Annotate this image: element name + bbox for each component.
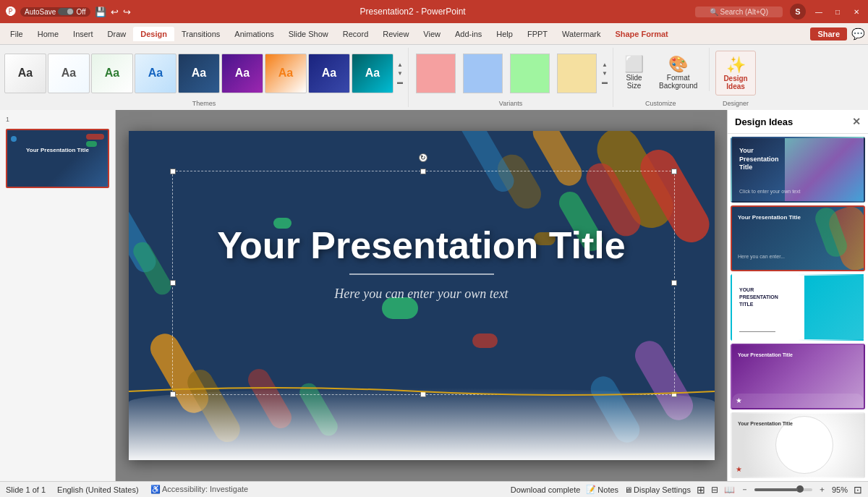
format-background-button[interactable]: 🎨 Format Background bbox=[653, 54, 703, 93]
reading-view-button[interactable]: 📖 bbox=[724, 485, 735, 495]
search-box[interactable]: 🔍 Search (Alt+Q) bbox=[695, 7, 783, 17]
themes-items: Aa Aa Aa Aa Aa Aa Aa Aa bbox=[4, 48, 404, 98]
tab-shape-format[interactable]: Shape Format bbox=[608, 27, 675, 41]
tab-insert[interactable]: Insert bbox=[66, 27, 101, 41]
share-button[interactable]: Share bbox=[810, 27, 847, 41]
design-ideas-button[interactable]: ✨ Design Ideas bbox=[715, 51, 755, 95]
language-indicator: English (United States) bbox=[57, 485, 139, 494]
quick-access-redo[interactable]: ↪ bbox=[123, 7, 131, 17]
tab-fppt[interactable]: FPPT bbox=[520, 27, 555, 41]
di1-title: YourPresentationTitle bbox=[739, 147, 779, 172]
theme-item-8[interactable]: Aa bbox=[308, 54, 350, 93]
tab-addins[interactable]: Add-ins bbox=[448, 27, 489, 41]
window-maximize-button[interactable]: □ bbox=[832, 6, 843, 17]
presentation-title: Your Presentation Title bbox=[129, 225, 715, 266]
slide-title[interactable]: Your Presentation Title Here you can ent… bbox=[129, 225, 715, 302]
variant-scroll: ▲ ▼ ▬ bbox=[601, 61, 608, 86]
user-avatar[interactable]: S bbox=[790, 4, 806, 20]
tab-view[interactable]: View bbox=[416, 27, 448, 41]
customize-group: ⬜ Slide Size 🎨 Format Background Customi… bbox=[613, 48, 707, 107]
search-placeholder: Search (Alt+Q) bbox=[720, 8, 768, 16]
design-idea-2[interactable]: Your Presentation Title Here you can ent… bbox=[731, 205, 865, 271]
design-idea-5[interactable]: Your Presentation Title ★ bbox=[731, 412, 865, 478]
handle-tr bbox=[671, 169, 677, 174]
zoom-out-button[interactable]: － bbox=[741, 484, 749, 495]
wave-line bbox=[129, 384, 715, 399]
slide-size-icon: ⬜ bbox=[624, 56, 644, 72]
theme-item-7[interactable]: Aa bbox=[265, 54, 307, 93]
theme-item-2[interactable]: Aa bbox=[48, 54, 90, 93]
tab-draw[interactable]: Draw bbox=[101, 27, 134, 41]
tab-home[interactable]: Home bbox=[30, 27, 66, 41]
di2-title: Your Presentation Title bbox=[738, 214, 801, 221]
theme-scroll-up[interactable]: ▲ bbox=[396, 61, 404, 69]
customize-items: ⬜ Slide Size 🎨 Format Background bbox=[618, 48, 703, 98]
tab-transitions[interactable]: Transitions bbox=[174, 27, 227, 41]
slide-size-button[interactable]: ⬜ Slide Size bbox=[618, 54, 650, 93]
search-icon: 🔍 bbox=[710, 8, 720, 16]
slide-count: Slide 1 of 1 bbox=[6, 485, 46, 494]
variant-4[interactable] bbox=[557, 54, 597, 93]
variants-items: ▲ ▼ ▬ bbox=[413, 48, 608, 98]
variant-scroll-more[interactable]: ▬ bbox=[601, 78, 608, 86]
theme-item-6[interactable]: Aa bbox=[221, 54, 263, 93]
theme-item-4[interactable]: Aa bbox=[135, 54, 176, 93]
ribbon-tabs: File Home Insert Draw Design Transitions… bbox=[0, 23, 868, 45]
quick-access-save[interactable]: 💾 bbox=[95, 7, 106, 17]
quick-access-undo[interactable]: ↩ bbox=[111, 7, 119, 17]
window-close-button[interactable]: ✕ bbox=[851, 6, 862, 17]
notes-button[interactable]: 📝 Notes bbox=[586, 485, 618, 494]
display-settings-button[interactable]: 🖥 Display Settings bbox=[624, 485, 691, 494]
slide-thumb-bg: Your Presentation Title bbox=[7, 130, 108, 187]
accessibility-indicator[interactable]: ♿ Accessibility: Investigate bbox=[150, 485, 249, 494]
notes-icon: 📝 bbox=[586, 485, 596, 494]
theme-item-5[interactable]: Aa bbox=[178, 54, 220, 93]
autosave-state: Off bbox=[76, 8, 85, 16]
fit-slide-button[interactable]: ⊡ bbox=[854, 484, 862, 496]
autosave-switch[interactable] bbox=[58, 8, 74, 15]
theme-item-3[interactable]: Aa bbox=[91, 54, 133, 93]
tab-help[interactable]: Help bbox=[489, 27, 520, 41]
variant-scroll-up[interactable]: ▲ bbox=[601, 61, 608, 69]
design-idea-1[interactable]: YourPresentationTitle Click to enter you… bbox=[731, 137, 865, 203]
tab-watermark[interactable]: Watermark bbox=[555, 27, 608, 41]
comments-icon[interactable]: 💬 bbox=[851, 27, 865, 41]
wave-overlay bbox=[129, 388, 715, 460]
designer-label: Designer bbox=[723, 100, 749, 107]
rotate-handle[interactable]: ↻ bbox=[419, 153, 427, 162]
tab-file[interactable]: File bbox=[3, 27, 30, 41]
theme-item-1[interactable]: Aa bbox=[4, 54, 46, 93]
design-ideas-list: YourPresentationTitle Click to enter you… bbox=[728, 134, 868, 481]
autosave-toggle[interactable]: AutoSave Off bbox=[20, 7, 90, 17]
file-name-label: Presentation2 - PowerPoint bbox=[360, 7, 466, 17]
variant-2[interactable] bbox=[463, 54, 503, 93]
zoom-in-button[interactable]: ＋ bbox=[818, 484, 826, 495]
variant-scroll-down[interactable]: ▼ bbox=[601, 69, 608, 77]
variant-3[interactable] bbox=[510, 54, 550, 93]
tab-record[interactable]: Record bbox=[336, 27, 375, 41]
variant-1[interactable] bbox=[416, 54, 456, 93]
design-idea-4[interactable]: Your Presentation Title ★ bbox=[731, 344, 865, 409]
zoom-level: 95% bbox=[832, 485, 848, 494]
design-panel-close-button[interactable]: ✕ bbox=[852, 116, 861, 127]
designer-group: ✨ Design Ideas Designer bbox=[711, 48, 760, 107]
slide-sorter-button[interactable]: ⊟ bbox=[711, 485, 718, 495]
slide-thumbnail-1[interactable]: Your Presentation Title bbox=[6, 129, 109, 188]
tab-design[interactable]: Design bbox=[133, 27, 174, 41]
theme-item-9[interactable]: Aa bbox=[352, 54, 393, 93]
theme-scroll-down[interactable]: ▼ bbox=[396, 69, 404, 77]
window-minimize-button[interactable]: — bbox=[813, 6, 825, 17]
design-idea-3[interactable]: YOURPRESENTATIONTITLE bbox=[731, 274, 865, 340]
designer-items: ✨ Design Ideas bbox=[715, 48, 755, 98]
title-bar: 🅟 AutoSave Off 💾 ↩ ↪ Presentation2 - Pow… bbox=[0, 0, 868, 23]
tab-review[interactable]: Review bbox=[375, 27, 416, 41]
design-panel-header: Design Ideas ✕ bbox=[728, 110, 868, 134]
tab-slideshow[interactable]: Slide Show bbox=[281, 27, 336, 41]
main-area: 1 Your Presentation Title bbox=[0, 110, 868, 481]
theme-scroll-more[interactable]: ▬ bbox=[396, 78, 404, 86]
slide-canvas[interactable]: ↻ Your Presentation Title Here you can e… bbox=[129, 131, 715, 460]
normal-view-button[interactable]: ⊞ bbox=[697, 484, 705, 496]
tab-animations[interactable]: Animations bbox=[227, 27, 281, 41]
variants-group: ▲ ▼ ▬ Variants bbox=[409, 48, 613, 107]
zoom-slider[interactable] bbox=[754, 488, 812, 491]
